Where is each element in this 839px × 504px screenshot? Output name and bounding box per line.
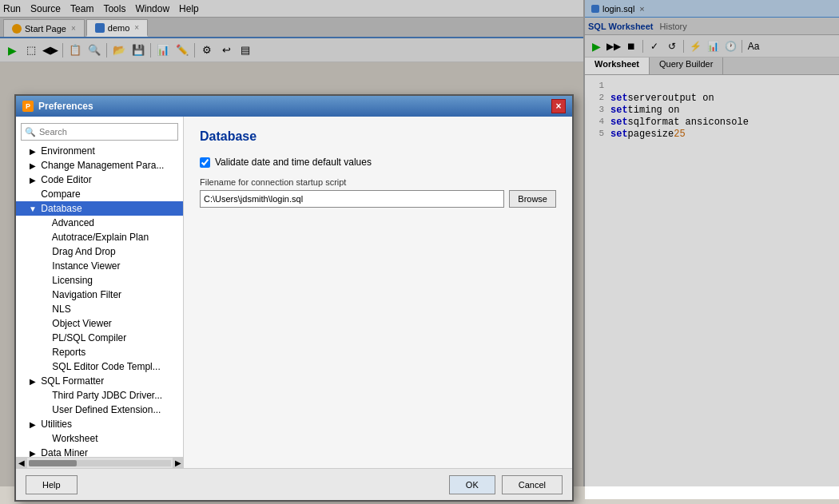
dialog-titlebar: P Preferences × — [16, 96, 572, 117]
tree-item-user-defined[interactable]: User Defined Extension... — [16, 403, 183, 417]
dialog-footer: Help OK Cancel — [16, 468, 572, 500]
tree-label-object-viewer: Object Viewer — [52, 318, 111, 329]
tree-label-environment: Environment — [41, 145, 94, 157]
expand-icon-autotrace — [38, 233, 50, 242]
tree-item-third-party-jdbc[interactable]: Third Party JDBC Driver... — [16, 388, 183, 403]
dialog-icon: P — [22, 101, 34, 112]
file-input-row: Browse — [200, 190, 556, 208]
tree-item-sql-formatter[interactable]: ▶ SQL Formatter — [16, 374, 183, 388]
expand-icon-third-party — [38, 391, 50, 400]
tree-item-advanced[interactable]: Advanced — [16, 216, 183, 230]
expand-icon-environment: ▶ — [27, 147, 38, 156]
tree-item-reports[interactable]: Reports — [16, 345, 183, 359]
tree-item-plsql-compiler[interactable]: PL/SQL Compiler — [16, 331, 183, 345]
tree-label-change-mgmt: Change Management Para... — [41, 160, 164, 171]
tree-label-reports: Reports — [52, 347, 85, 358]
expand-icon-nav-filter — [38, 291, 50, 300]
expand-icon-sql-editor — [38, 363, 50, 371]
dialog-title-label: Preferences — [38, 101, 93, 112]
tree-label-utilities: Utilities — [41, 419, 72, 430]
scroll-left-btn[interactable]: ◀ — [16, 458, 27, 469]
cancel-button[interactable]: Cancel — [502, 475, 563, 494]
filename-input[interactable] — [200, 190, 504, 208]
tree-item-utilities[interactable]: ▶ Utilities — [16, 417, 183, 431]
tree-label-worksheet: Worksheet — [52, 433, 97, 444]
tree-label-autotrace: Autotrace/Explain Plan — [52, 232, 149, 243]
dialog-title-content: P Preferences — [22, 96, 551, 117]
dialog-body: 🔍 ▶ Environment ▶ Change Management Para… — [16, 117, 572, 468]
preferences-dialog: P Preferences × 🔍 ▶ Environ — [14, 94, 574, 502]
validate-checkbox-row: Validate date and time default values — [200, 157, 556, 168]
dialog-overlay: P Preferences × 🔍 ▶ Environ — [0, 0, 839, 486]
expand-icon-compare — [27, 190, 38, 199]
expand-icon-change-mgmt: ▶ — [27, 161, 38, 170]
expand-icon-utilities: ▶ — [27, 420, 38, 429]
tree-item-worksheet[interactable]: Worksheet — [16, 431, 183, 446]
validate-checkbox-label[interactable]: Validate date and time default values — [215, 157, 372, 168]
expand-icon-plsql — [38, 334, 50, 343]
expand-icon-drag-drop — [38, 248, 50, 256]
scroll-track — [29, 460, 171, 466]
validate-checkbox[interactable] — [200, 157, 210, 168]
expand-icon-worksheet — [38, 435, 50, 443]
tree-item-environment[interactable]: ▶ Environment — [16, 144, 183, 158]
tree-item-instance-viewer[interactable]: Instance Viewer — [16, 259, 183, 273]
tree-item-nav-filter[interactable]: Navigation Filter — [16, 288, 183, 302]
expand-icon-database: ▼ — [27, 204, 38, 213]
tree-panel: 🔍 ▶ Environment ▶ Change Management Para… — [16, 117, 184, 468]
content-title: Database — [200, 129, 556, 144]
scroll-right-btn[interactable]: ▶ — [173, 458, 184, 469]
tree-item-licensing[interactable]: Licensing — [16, 273, 183, 288]
tree-item-autotrace[interactable]: Autotrace/Explain Plan — [16, 230, 183, 244]
tree-label-compare: Compare — [41, 189, 80, 200]
tree-scrollbar[interactable]: ◀ ▶ — [16, 457, 184, 468]
scroll-thumb — [29, 460, 77, 466]
filename-label: Filename for connection startup script — [200, 177, 556, 187]
tree-label-nls: NLS — [52, 304, 70, 315]
tree-label-drag-drop: Drag And Drop — [52, 246, 115, 257]
tree-label-instance-viewer: Instance Viewer — [52, 260, 120, 272]
expand-icon-reports — [38, 348, 50, 357]
search-icon: 🔍 — [25, 127, 36, 137]
filename-section: Filename for connection startup script B… — [200, 177, 556, 208]
tree-label-third-party: Third Party JDBC Driver... — [52, 390, 162, 401]
tree-item-compare[interactable]: Compare — [16, 187, 183, 201]
tree-item-sql-editor[interactable]: SQL Editor Code Templ... — [16, 359, 183, 374]
dialog-close-btn[interactable]: × — [551, 99, 566, 113]
expand-icon-object-viewer — [38, 319, 50, 328]
tree-item-drag-drop[interactable]: Drag And Drop — [16, 244, 183, 259]
tree-item-database[interactable]: ▼ Database — [16, 201, 183, 216]
expand-icon-code-editor: ▶ — [27, 176, 38, 185]
tree-label-advanced: Advanced — [52, 217, 94, 228]
expand-icon-instance-viewer — [38, 262, 50, 271]
tree-label-plsql: PL/SQL Compiler — [52, 332, 126, 343]
tree-item-nls[interactable]: NLS — [16, 302, 183, 316]
tree-label-licensing: Licensing — [52, 275, 93, 286]
tree-label-sql-editor: SQL Editor Code Templ... — [52, 361, 160, 372]
tree-item-object-viewer[interactable]: Object Viewer — [16, 316, 183, 331]
help-button[interactable]: Help — [26, 475, 78, 494]
search-container: 🔍 — [21, 123, 178, 141]
app-window: Run Source Team Tools Window Help Start … — [0, 0, 839, 486]
content-panel: Database Validate date and time default … — [184, 117, 572, 468]
tree-label-user-defined: User Defined Extension... — [52, 404, 161, 415]
expand-icon-nls — [38, 305, 50, 314]
browse-button[interactable]: Browse — [509, 190, 556, 208]
tree-label-sql-formatter: SQL Formatter — [41, 375, 104, 387]
expand-icon-sql-formatter: ▶ — [27, 377, 38, 386]
tree-item-code-editor[interactable]: ▶ Code Editor — [16, 173, 183, 187]
expand-icon-advanced — [38, 219, 50, 228]
tree-label-code-editor: Code Editor — [41, 174, 91, 185]
expand-icon-user-defined — [38, 406, 50, 415]
search-input[interactable] — [39, 127, 174, 137]
tree-label-database: Database — [41, 203, 82, 214]
ok-button[interactable]: OK — [449, 475, 495, 494]
expand-icon-licensing — [38, 276, 50, 285]
tree-label-nav-filter: Navigation Filter — [52, 289, 121, 300]
tree-item-change-mgmt[interactable]: ▶ Change Management Para... — [16, 158, 183, 173]
